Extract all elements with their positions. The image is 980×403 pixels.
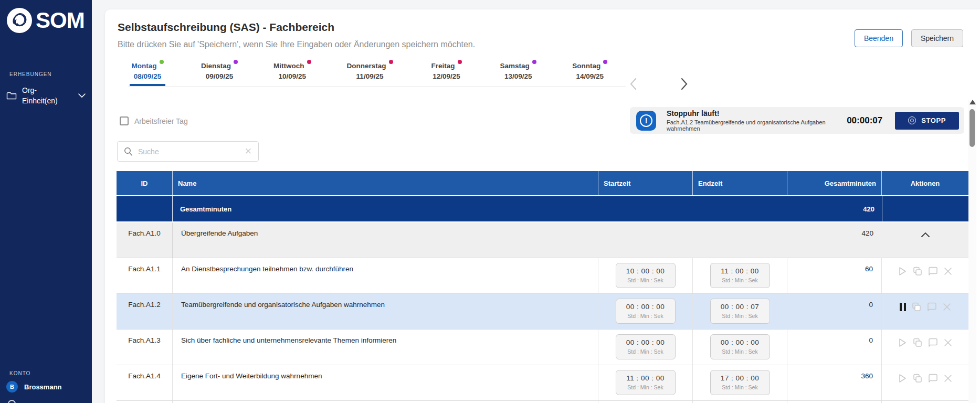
copy-icon[interactable]: [912, 373, 923, 384]
delete-x-icon[interactable]: [942, 302, 952, 312]
endzeit-input[interactable]: 00 : 00 : 07 Std : Min : Sek: [710, 299, 770, 324]
checkbox-unchecked[interactable]: [120, 116, 129, 125]
row-name: [173, 401, 598, 403]
time-hint: Std : Min : Sek: [616, 348, 675, 355]
table-body: Fach.A1.0 Übergreifende Aufgaben 420: [117, 222, 968, 403]
day-tab[interactable]: Freitag 12/09/25: [427, 62, 466, 86]
sidebar-item-label: Org-Einheit(en): [22, 85, 67, 107]
delete-x-icon[interactable]: [943, 373, 953, 384]
active-tab-underline: [201, 84, 238, 86]
status-dot: [307, 60, 311, 64]
copy-icon[interactable]: [912, 266, 923, 277]
col-header-aktionen: Aktionen: [882, 171, 968, 195]
endzeit-value: 11 : 00 : 00: [711, 267, 770, 275]
stopwatch-subtitle: Fach.A1.2 Teamübergreifende und organisa…: [667, 119, 847, 132]
workfree-day-checkbox-row[interactable]: Arbeitsfreier Tag: [120, 116, 188, 125]
day-tab[interactable]: Donnerstag 11/09/25: [345, 62, 395, 86]
stopwatch-alert-icon: !: [636, 111, 656, 131]
scrollbar-up-arrow[interactable]: [970, 100, 976, 104]
comment-icon[interactable]: [926, 302, 937, 312]
row-total: 0: [787, 330, 882, 365]
status-dot: [389, 60, 393, 64]
col-header-name: Name: [173, 171, 598, 195]
active-tab-underline: [500, 84, 536, 86]
comment-icon[interactable]: [928, 266, 939, 277]
play-icon[interactable]: [898, 373, 908, 384]
week-prev-button[interactable]: [628, 77, 639, 93]
stop-button[interactable]: STOPP: [895, 112, 959, 130]
col-header-id: ID: [117, 171, 173, 195]
active-tab-underline: [572, 84, 608, 86]
folder-icon: [6, 91, 17, 100]
day-tab[interactable]: Samstag 13/09/25: [499, 62, 538, 86]
active-tab-underline: [273, 84, 311, 86]
clear-search-icon[interactable]: ✕: [245, 147, 252, 156]
user-name: Brossmann: [24, 383, 62, 391]
day-tab[interactable]: Mittwoch 10/09/25: [272, 62, 313, 86]
startzeit-input[interactable]: 11 : 00 : 00 Std : Min : Sek: [616, 370, 676, 395]
day-tab[interactable]: Dienstag 09/09/25: [199, 62, 239, 86]
row-id: Fach.A1.1: [117, 258, 173, 293]
startzeit-value: 10 : 00 : 00: [616, 267, 675, 275]
day-tab-date: 11/09/25: [356, 72, 384, 80]
row-id: [117, 401, 173, 403]
app-window: SOM ERHEBUNGEN Org-Einheit(en) KONTO B B…: [0, 0, 980, 403]
day-tab-label: Donnerstag: [347, 62, 386, 70]
endzeit-input[interactable]: 17 : 00 : 00 Std : Min : Sek: [710, 370, 770, 395]
sidebar: SOM ERHEBUNGEN Org-Einheit(en) KONTO B B…: [0, 0, 92, 403]
stopwatch-title: Stoppuhr läuft!: [667, 109, 847, 118]
copy-icon[interactable]: [912, 337, 923, 348]
play-icon[interactable]: [898, 266, 908, 277]
delete-x-icon[interactable]: [943, 266, 953, 277]
row-name: Teamübergreifende und organisatorische A…: [173, 294, 598, 329]
pause-icon[interactable]: [899, 302, 907, 312]
table-row: Fach.A1.2 Teamübergreifende und organisa…: [117, 294, 968, 330]
search-box: ✕: [117, 141, 259, 162]
chevron-left-icon: [628, 77, 639, 91]
time-hint: Std : Min : Sek: [616, 277, 675, 283]
summary-id-cell: [117, 196, 173, 221]
time-hint: Std : Min : Sek: [711, 384, 770, 390]
user-account-item[interactable]: B Brossmann: [6, 381, 62, 393]
play-icon[interactable]: [898, 337, 908, 348]
copy-icon[interactable]: [911, 302, 922, 312]
endzeit-input[interactable]: 00 : 00 : 00 Std : Min : Sek: [710, 334, 770, 359]
status-dot: [532, 60, 536, 64]
delete-x-icon[interactable]: [943, 337, 953, 348]
stopwatch-banner: ! Stoppuhr läuft! Fach.A1.2 Teamübergrei…: [630, 107, 964, 134]
day-tab-label: Samstag: [500, 62, 530, 70]
row-name: Übergreifende Aufgaben: [173, 222, 598, 258]
chevron-down-icon: [78, 93, 86, 98]
status-dot: [458, 60, 462, 64]
day-tab[interactable]: Sonntag 14/09/25: [571, 62, 609, 86]
week-next-button[interactable]: [678, 77, 690, 93]
avatar: B: [6, 381, 18, 393]
search-input[interactable]: [138, 147, 245, 156]
collapse-chevron-up-icon[interactable]: [920, 231, 931, 238]
table-row: Fach.A1.0 Übergreifende Aufgaben 420: [117, 222, 968, 258]
day-tab[interactable]: Montag 08/09/25: [128, 62, 167, 86]
chevron-right-icon: [678, 77, 690, 91]
row-total: 420: [787, 222, 882, 258]
main-panel: Selbstaufschreibung (SAS) - Fachbereich …: [105, 9, 980, 403]
startzeit-input[interactable]: 00 : 00 : 00 Std : Min : Sek: [616, 299, 676, 324]
startzeit-value: 00 : 00 : 00: [616, 303, 675, 311]
comment-icon[interactable]: [928, 337, 939, 348]
time-hint: Std : Min : Sek: [711, 277, 770, 283]
speichern-button[interactable]: Speichern: [911, 29, 963, 47]
settings-icon[interactable]: [8, 400, 16, 403]
comment-icon[interactable]: [928, 373, 939, 384]
active-tab-underline: [130, 84, 165, 86]
stopwatch-timer: 00:00:07: [847, 115, 882, 126]
sidebar-item-org-einheiten[interactable]: Org-Einheit(en): [6, 85, 86, 107]
startzeit-input[interactable]: 10 : 00 : 00 Std : Min : Sek: [616, 263, 676, 288]
row-name: Eigene Fort- und Weiterbildung wahrnehme…: [173, 365, 598, 400]
table-row: Fach.A1.4 Eigene Fort- und Weiterbildung…: [117, 365, 968, 401]
startzeit-input[interactable]: 00 : 00 : 00 Std : Min : Sek: [616, 334, 676, 359]
table-header-row: ID Name Startzeit Endzeit Gesamtminuten …: [117, 171, 968, 195]
som-swirl-icon: [6, 7, 33, 34]
endzeit-input[interactable]: 11 : 00 : 00 Std : Min : Sek: [710, 263, 770, 288]
app-logo: SOM: [6, 7, 85, 34]
scrollbar-thumb[interactable]: [970, 109, 975, 147]
beenden-button[interactable]: Beenden: [855, 29, 903, 47]
